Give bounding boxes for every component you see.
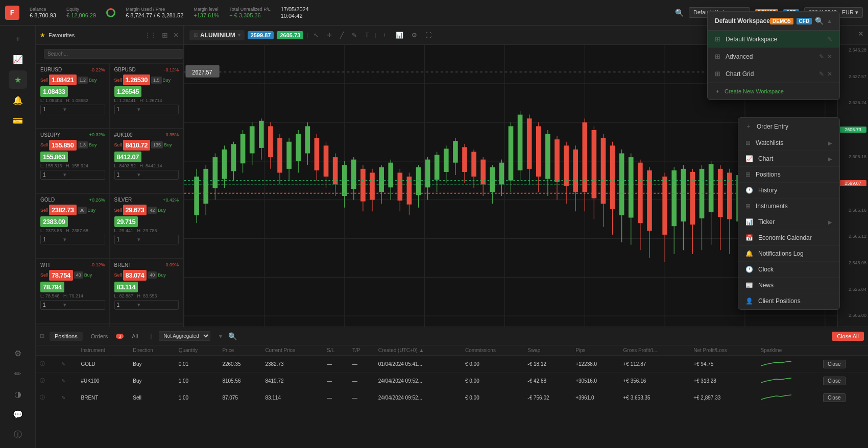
panel-item-news[interactable]: 📰 News xyxy=(738,278,839,293)
workspace-item-edit-default[interactable]: ✎ xyxy=(827,36,832,43)
sidebar-item-chart[interactable]: 📈 xyxy=(9,50,27,68)
workspace-item-edit-chartgrid[interactable]: ✎ xyxy=(819,70,824,78)
chart-indicator-btn[interactable]: 📊 xyxy=(393,30,406,40)
cell-icon[interactable]: ⓘ xyxy=(36,372,57,389)
sidebar-item-theme[interactable]: ◑ xyxy=(9,385,27,403)
panel-label-ticker: Ticker xyxy=(758,218,823,226)
sidebar-item-notifications[interactable]: 🔔 xyxy=(9,91,27,109)
panel-item-order-entry[interactable]: ＋ Order Entry xyxy=(738,118,839,135)
cell-close[interactable]: Close xyxy=(819,356,868,372)
panel-item-chart[interactable]: 📈 Chart ▶ xyxy=(738,151,839,167)
watchlist-instrument-gbpusd[interactable]: GBPUSD -0.12% Sell 1.26530 1.5 Buy 1.265… xyxy=(110,63,184,129)
search-positions-icon[interactable]: 🔍 xyxy=(228,332,237,340)
svg-rect-31 xyxy=(240,134,246,164)
aggregation-filter[interactable]: Not Aggregated xyxy=(159,331,210,341)
svg-rect-81 xyxy=(471,152,476,177)
watchlist-search-input[interactable] xyxy=(44,49,183,59)
col-header-action xyxy=(819,345,868,356)
panel-item-clock[interactable]: 🕐 Clock xyxy=(738,262,839,278)
panel-item-notifications-log[interactable]: 🔔 Notifications Log xyxy=(738,246,839,262)
panel-item-instruments[interactable]: ⊞ Instruments xyxy=(738,198,839,214)
sidebar-item-add[interactable]: ＋ xyxy=(9,30,27,48)
panel-item-watchlists[interactable]: ⊞ Watchlists ▶ xyxy=(738,135,839,151)
chart-close-btn[interactable]: ✕ xyxy=(858,30,864,38)
cell-icon[interactable]: ⓘ xyxy=(36,389,57,406)
watchlist-close-icon[interactable]: ✕ xyxy=(173,31,179,39)
cell-commissions: € 0.00 xyxy=(461,356,523,372)
chart-symbol-name: ALUMINIUM xyxy=(200,32,235,39)
tab-all[interactable]: All xyxy=(127,332,143,341)
sidebar-item-info[interactable]: ⓘ xyxy=(9,426,27,444)
close-all-button[interactable]: Close All xyxy=(832,332,864,341)
sidebar-item-messages[interactable]: 💬 xyxy=(9,405,27,424)
workspace-item-close-advanced[interactable]: ✕ xyxy=(827,53,832,60)
chart-tool-cursor[interactable]: ↖ xyxy=(311,30,321,40)
svg-rect-67 xyxy=(407,177,412,205)
watchlist-instrument-eurusd[interactable]: EURUSD -0.22% Sell 1.08421 1.2 Buy 1.084… xyxy=(36,63,110,129)
sidebar-item-settings[interactable]: ⚙ xyxy=(9,344,27,362)
panel-item-positions[interactable]: ⊞ Positions xyxy=(738,167,839,183)
workspace-item-close-chartgrid[interactable]: ✕ xyxy=(827,70,832,78)
sidebar-item-draw[interactable]: ✏ xyxy=(9,364,27,383)
cell-current-price: 83.114 xyxy=(261,389,323,406)
cell-icon[interactable]: ⓘ xyxy=(36,356,57,372)
svg-rect-113 xyxy=(619,154,624,215)
tab-positions[interactable]: Positions xyxy=(50,332,83,341)
panel-item-client-positions[interactable]: 👤 Client Positions xyxy=(738,293,839,309)
cell-close[interactable]: Close xyxy=(819,389,868,406)
create-workspace-button[interactable]: ＋ Create New Workspace xyxy=(708,83,839,99)
cell-created: 24/04/2024 09:52... xyxy=(374,389,461,406)
panel-label-history: History xyxy=(758,187,832,194)
workspace-item-chartgrid[interactable]: ⊞ Chart Grid ✎ ✕ xyxy=(708,65,839,83)
cell-close[interactable]: Close xyxy=(819,372,868,389)
panel-item-ticker[interactable]: 📊 Ticker ▶ xyxy=(738,214,839,230)
workspace-item-default[interactable]: ⊞ Default Workspace ✎ xyxy=(708,31,839,48)
cell-edit[interactable]: ✎ xyxy=(57,389,77,406)
watchlist-menu-icon[interactable]: ⋮⋮ xyxy=(144,32,157,39)
search-icon[interactable]: 🔍 xyxy=(675,9,684,17)
equity-stat: Equity € 12,006.29 xyxy=(66,7,96,18)
chart-add-btn[interactable]: ＋ xyxy=(379,29,390,41)
chart-tool-text[interactable]: T xyxy=(363,30,371,40)
cell-edit[interactable]: ✎ xyxy=(57,372,77,389)
positions-icon[interactable]: ⊞ xyxy=(40,333,44,339)
workspace-item-edit-advanced[interactable]: ✎ xyxy=(819,53,824,60)
sidebar-item-account[interactable]: 💳 xyxy=(9,111,27,130)
panel-label-news: News xyxy=(758,282,832,289)
chart-tool-line[interactable]: ╱ xyxy=(337,30,346,40)
watchlist-instrument-usdjpy[interactable]: USDJPY +0.32% Sell 155.850 1.3 Buy 155.8… xyxy=(36,129,110,194)
cell-direction: Sell xyxy=(129,389,174,406)
chart-fullscreen-btn[interactable]: ⛶ xyxy=(423,30,434,40)
cell-commissions: € 0.00 xyxy=(461,389,523,406)
watchlist-instrument-brent[interactable]: BRENT -0.09% Sell 83.074 40 Buy 83.114 L… xyxy=(110,259,184,324)
panel-icon-economic-calendar: 📅 xyxy=(745,234,753,241)
chart-tool-draw[interactable]: ✎ xyxy=(349,30,359,40)
panel-item-economic-calendar[interactable]: 📅 Economic Calendar xyxy=(738,230,839,246)
cell-price: 8105.56 xyxy=(218,372,261,389)
svg-rect-23 xyxy=(203,169,208,204)
watchlist-instrument-gold[interactable]: GOLD +0.26% Sell 2382.73 36 Buy 2383.09 … xyxy=(36,193,110,259)
watchlist-instrument-uk100[interactable]: #UK100 -0.35% Sell 8410.72 135 Buy 8412.… xyxy=(110,129,184,194)
price-axis-8: 2,525.04 xyxy=(839,287,866,292)
svg-rect-133 xyxy=(718,169,723,217)
cell-edit[interactable]: ✎ xyxy=(57,356,77,372)
panel-item-history[interactable]: 🕐 History xyxy=(738,183,839,198)
sidebar-item-watchlist[interactable]: ★ xyxy=(9,70,27,89)
tab-orders[interactable]: Orders xyxy=(86,332,113,341)
wd-collapse-icon[interactable]: ▲ xyxy=(827,18,832,24)
watchlist-grid-icon[interactable]: ⊞ xyxy=(162,31,168,39)
cell-created: 24/04/2024 09:52... xyxy=(374,372,461,389)
wd-search-icon[interactable]: 🔍 xyxy=(815,17,824,25)
workspace-item-advanced[interactable]: ⊞ Advanced ✎ ✕ xyxy=(708,48,839,65)
watchlist-instrument-silver[interactable]: SILVER +0.42% Sell 29.673 42 Buy 29.715 … xyxy=(110,193,184,259)
chart-settings-btn[interactable]: ⚙ xyxy=(409,30,420,40)
cell-gross: +€ 112.87 xyxy=(619,356,690,372)
watchlist-instrument-wti[interactable]: WTI -0.12% Sell 78.754 40 Buy 78.794 L: … xyxy=(36,259,110,324)
workspace-item-label-default: Default Workspace xyxy=(726,36,822,43)
svg-rect-121 xyxy=(662,177,667,235)
chart-symbol-selector[interactable]: ⊞ ALUMINIUM ▾ xyxy=(189,30,245,40)
margin-level-stat: Margin level +137.61% xyxy=(194,7,219,18)
filter-icon[interactable]: ▼ xyxy=(218,333,223,339)
chart-tool-crosshair[interactable]: ✛ xyxy=(324,30,334,40)
filter-separator: | xyxy=(151,333,152,339)
